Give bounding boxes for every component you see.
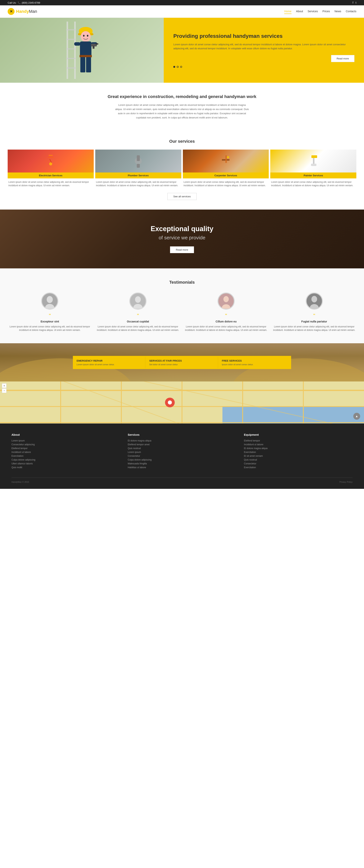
footer-link-equipment-1[interactable]: Eleifend tempor	[244, 439, 353, 442]
footer-link-equipment-8[interactable]: Exercitation	[244, 466, 353, 469]
services-section: Our services Electrician Services Lorem …	[0, 131, 364, 210]
hero-title: Providing professional handyman services	[173, 33, 355, 39]
footer-col-services-title: Services	[128, 433, 236, 436]
avatar-4-illustration	[307, 293, 322, 309]
nav-about[interactable]: About	[296, 9, 303, 14]
footer-link-equipment-5[interactable]: Et sit amet veniam	[244, 455, 353, 457]
promo-rest-1: REPAIR	[92, 359, 103, 362]
map-controls: + −	[2, 383, 6, 393]
phone-icon: 📞	[18, 1, 21, 4]
testimonial-item-4: " Fugiat nulla pariatur Lorem ipsum dolo…	[272, 292, 356, 332]
promo-card-emergency-title: EMERGENCY REPAIR	[77, 359, 142, 362]
footer-link-about-5[interactable]: Exercitation	[11, 455, 120, 457]
twitter-link[interactable]: t	[356, 1, 356, 4]
footer-link-services-4[interactable]: Lorem ipsum	[128, 451, 236, 454]
svg-point-63	[168, 401, 172, 405]
social-links: f t	[353, 1, 356, 4]
hero-read-more-button[interactable]: Read more	[331, 55, 355, 62]
quality-banner-content: Exceptional quality of service we provid…	[8, 225, 356, 253]
svg-point-10	[81, 31, 91, 42]
footer-link-services-2[interactable]: Eleifend tempor amet	[128, 443, 236, 446]
map-placeholder: + − ▲	[0, 381, 364, 424]
testimonial-avatar-3	[218, 292, 235, 310]
about-title: Great experience in construction, remode…	[15, 94, 349, 99]
footer-privacy-link[interactable]: Privacy Policy	[339, 481, 353, 483]
promo-bold-2: SERVICES AT	[149, 359, 165, 362]
map-zoom-in-button[interactable]: +	[2, 383, 6, 388]
footer-link-services-3[interactable]: Quis nostrud	[128, 447, 236, 450]
avatar-2-illustration	[130, 293, 145, 309]
service-desc-plumber: Lorem ipsum dolor sit amet conse ctetur …	[95, 178, 181, 189]
plumber-icon	[133, 153, 144, 169]
promo-cards: EMERGENCY REPAIR Lorem ipsum dolor sit a…	[73, 356, 291, 369]
svg-rect-20	[95, 43, 98, 44]
nav-prices[interactable]: Prices	[323, 9, 330, 14]
main-nav: Home About Services Prices News Contacts	[284, 9, 356, 14]
avatar-1-illustration	[42, 293, 57, 309]
nav-contacts[interactable]: Contacts	[346, 9, 356, 14]
footer-link-equipment-6[interactable]: Quis nostrud	[244, 459, 353, 461]
footer: About Lorem ipsum Consectetur adipiscing…	[0, 424, 364, 489]
footer-link-about-7[interactable]: Ulteri ullamco laboris	[11, 462, 120, 465]
footer-link-services-6[interactable]: Culpa dolore adipiscing	[128, 459, 236, 461]
nav-news[interactable]: News	[335, 9, 341, 14]
service-desc-carpenter: Lorem ipsum dolor sit amet conse ctetur …	[183, 178, 269, 189]
testimonial-avatar-2	[129, 292, 146, 310]
quality-title: Exceptional quality	[8, 225, 356, 233]
promo-card-fair-prices: SERVICES AT FAIR PRICES Set dolor sit am…	[146, 356, 218, 368]
svg-rect-4	[66, 48, 76, 50]
svg-point-39	[135, 296, 141, 303]
facebook-link[interactable]: f	[353, 1, 353, 4]
footer-link-services-8[interactable]: Habilitas ut labore	[128, 466, 236, 469]
service-img-electrician	[8, 150, 94, 173]
quote-icon-2: "	[96, 313, 180, 319]
footer-link-services-7[interactable]: Malesuada fringilla	[128, 462, 236, 465]
footer-link-services-1[interactable]: Et dolore magna aliqua	[128, 439, 236, 442]
hero-content: Providing professional handyman services…	[164, 18, 364, 83]
footer-bottom: HandyMan © 2015 Privacy Policy	[11, 477, 353, 483]
promo-rest-3: SERVICES	[228, 359, 242, 362]
quality-banner: Exceptional quality of service we provid…	[0, 210, 364, 268]
testimonials-title: Testimonials	[8, 280, 356, 285]
service-item-electrician: Electrician Services Lorem ipsum dolor s…	[8, 150, 94, 189]
nav-services[interactable]: Services	[308, 9, 318, 14]
see-all-services-button[interactable]: See all services	[167, 193, 197, 200]
service-item-painter: Painter Services Lorem ipsum dolor sit a…	[270, 150, 356, 189]
footer-link-equipment-2[interactable]: Incididunt ut labore	[244, 443, 353, 446]
quote-icon-3: "	[184, 313, 269, 319]
testimonial-name-3: Cillum dolore eu	[184, 320, 269, 323]
promo-rest-2: FAIR PRICES	[165, 359, 182, 362]
hero-dots	[173, 66, 355, 68]
hero-dot-1[interactable]	[173, 66, 175, 68]
header: ✕ HandyMan Home About Services Prices Ne…	[0, 5, 364, 18]
footer-link-equipment-3[interactable]: Et dolore magna aliqua	[244, 447, 353, 450]
footer-link-about-1[interactable]: Lorem ipsum	[11, 439, 120, 442]
call-label: Call Us:	[8, 1, 17, 4]
footer-link-equipment-4[interactable]: Exercitation	[244, 451, 353, 454]
hero-dot-3[interactable]	[180, 66, 182, 68]
footer-link-about-3[interactable]: Eleifend tempor	[11, 447, 120, 450]
footer-link-about-4[interactable]: Incididunt ut labore	[11, 451, 120, 454]
footer-col-about-title: About	[11, 433, 120, 436]
footer-link-about-8[interactable]: Quis mollit	[11, 466, 120, 469]
svg-point-25	[49, 162, 52, 165]
hero-image	[0, 18, 164, 83]
nav-home[interactable]: Home	[284, 9, 291, 14]
top-bar: Call Us: 📞 (800) 2345-6789 f t	[0, 0, 364, 5]
promo-bold-3: FREE	[222, 359, 229, 362]
quality-read-more-button[interactable]: Read more	[170, 246, 194, 253]
service-img-plumber	[95, 150, 181, 173]
svg-point-42	[223, 296, 229, 302]
footer-link-equipment-7[interactable]: Consectetur	[244, 462, 353, 465]
service-label-electrician: Electrician Services	[8, 173, 94, 178]
service-label-carpenter: Carpenter Services	[183, 173, 269, 178]
footer-link-about-6[interactable]: Culpa dolore adipiscing	[11, 459, 120, 461]
footer-link-about-2[interactable]: Consectetur adipiscing	[11, 443, 120, 446]
footer-link-services-5[interactable]: Consectetur	[128, 455, 236, 457]
logo-icon: ✕	[8, 8, 15, 15]
map-zoom-out-button[interactable]: −	[2, 389, 6, 393]
footer-col-equipment-title: Equipment	[244, 433, 353, 436]
service-desc-painter: Lorem ipsum dolor sit amet conse ctetur …	[270, 178, 356, 189]
promo-card-fair-prices-title: SERVICES AT FAIR PRICES	[149, 359, 215, 362]
hero-dot-2[interactable]	[177, 66, 179, 68]
